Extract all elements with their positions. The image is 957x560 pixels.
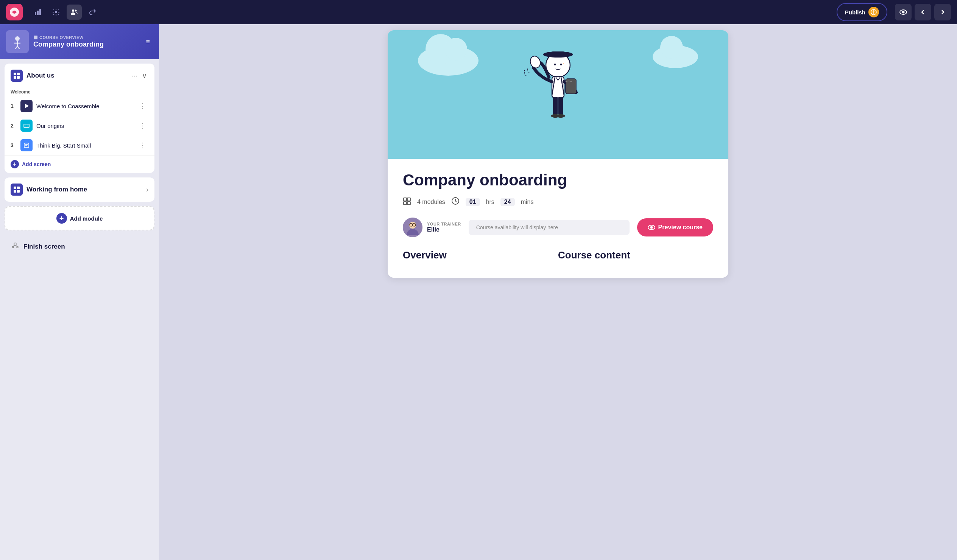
preview-course-label: Preview course <box>658 224 703 231</box>
svg-line-35 <box>15 245 17 246</box>
svg-rect-24 <box>24 143 29 148</box>
svg-point-5 <box>72 9 74 12</box>
module-about-us-title: About us <box>27 72 126 79</box>
course-menu-button[interactable]: ≡ <box>143 36 153 47</box>
screen-num-1: 1 <box>11 103 17 109</box>
screen-3-more-button[interactable]: ⋮ <box>137 140 148 150</box>
screen-name-1: Welcome to Coassemble <box>36 103 133 109</box>
analytics-button[interactable] <box>30 5 46 20</box>
add-module-label: Add module <box>70 215 103 222</box>
overview-column: Overview <box>403 249 558 266</box>
duration-hrs: 01 <box>466 198 480 206</box>
svg-point-4 <box>55 11 57 13</box>
clock-icon <box>451 197 460 207</box>
course-actions: YOUR TRAINER Ellie Course availability w… <box>403 218 713 237</box>
svg-rect-17 <box>17 73 20 75</box>
nav-icons <box>30 5 100 20</box>
welcome-section-label: Welcome <box>5 86 155 96</box>
add-module-icon: + <box>57 213 67 224</box>
duration-mins: 24 <box>501 198 515 206</box>
svg-point-10 <box>15 36 20 41</box>
trainer-section: YOUR TRAINER Ellie <box>403 218 461 237</box>
course-title: Company onboarding <box>33 41 138 49</box>
svg-point-61 <box>651 227 652 229</box>
screen-item-2[interactable]: 2 Our origins ⋮ <box>5 116 155 136</box>
course-thumbnail <box>6 30 29 53</box>
duration-mins-label: mins <box>521 199 534 205</box>
screen-item-1[interactable]: 1 Welcome to Coassemble ⋮ <box>5 96 155 116</box>
publish-coin-icon <box>869 7 879 17</box>
cloud-left <box>418 46 478 76</box>
cloud-right <box>653 46 698 68</box>
character-illustration <box>513 38 603 159</box>
chevron-right-icon: › <box>146 186 148 194</box>
svg-rect-52 <box>407 202 411 205</box>
trainer-label: YOUR TRAINER <box>427 222 461 226</box>
finish-screen-label: Finish screen <box>24 243 65 251</box>
team-button[interactable] <box>66 5 82 20</box>
screen-num-2: 2 <box>11 123 17 129</box>
share-button[interactable] <box>85 5 100 20</box>
content-area: Company onboarding 4 modules <box>159 24 957 560</box>
svg-point-32 <box>12 246 14 248</box>
svg-rect-3 <box>39 9 41 15</box>
module-working-from-home[interactable]: Working from home › <box>5 177 155 202</box>
course-info: COURSE OVERVIEW Company onboarding <box>33 35 138 49</box>
duration-hrs-label: hrs <box>486 199 494 205</box>
finish-screen-section[interactable]: Finish screen <box>5 235 155 259</box>
add-screen-label: Add screen <box>22 161 51 167</box>
top-nav: Publish <box>0 0 957 24</box>
screen-item-3[interactable]: 3 Think Big, Start Small ⋮ <box>5 136 155 155</box>
nav-right-icons <box>895 4 951 21</box>
course-info-section: Company onboarding 4 modules <box>388 159 728 249</box>
sidebar: COURSE OVERVIEW Company onboarding ≡ Abo… <box>0 24 159 560</box>
overview-title: Overview <box>403 249 558 261</box>
svg-rect-45 <box>558 97 563 115</box>
forward-button[interactable] <box>934 4 951 21</box>
screen-icon-1 <box>21 100 33 112</box>
screen-1-more-button[interactable]: ⋮ <box>137 101 148 111</box>
module-about-us-actions: ··· ∨ <box>130 70 148 81</box>
screen-icon-2 <box>21 120 33 132</box>
preview-button[interactable] <box>895 4 911 21</box>
course-header[interactable]: COURSE OVERVIEW Company onboarding ≡ <box>0 24 159 59</box>
publish-button[interactable]: Publish <box>837 3 888 21</box>
svg-rect-19 <box>17 76 20 79</box>
svg-point-33 <box>17 246 18 248</box>
svg-rect-2 <box>37 11 39 15</box>
course-content-title: Course content <box>558 249 713 261</box>
svg-rect-21 <box>24 124 29 128</box>
add-screen-button[interactable]: + Add screen <box>5 155 155 173</box>
svg-rect-29 <box>14 190 16 192</box>
logo-button[interactable] <box>6 4 23 21</box>
trainer-info: YOUR TRAINER Ellie <box>427 222 461 233</box>
svg-rect-16 <box>14 73 16 75</box>
settings-button[interactable] <box>49 5 63 20</box>
course-main-title: Company onboarding <box>403 171 713 189</box>
preview-course-button[interactable]: Preview course <box>637 218 713 237</box>
svg-point-40 <box>560 63 562 65</box>
svg-line-13 <box>15 46 17 49</box>
svg-line-14 <box>17 46 20 49</box>
course-meta: 4 modules 01 hrs 24 mins <box>403 197 713 207</box>
svg-rect-1 <box>35 12 36 15</box>
screen-2-more-button[interactable]: ⋮ <box>137 121 148 131</box>
bottom-section: Overview Course content <box>388 249 728 278</box>
screen-icon-3 <box>21 139 33 151</box>
module-about-us-icon <box>11 69 23 82</box>
content-column: Course content <box>558 249 713 266</box>
svg-line-34 <box>13 245 15 246</box>
screen-name-3: Think Big, Start Small <box>36 142 133 149</box>
add-module-button[interactable]: + Add module <box>5 206 155 230</box>
back-button[interactable] <box>914 4 931 21</box>
svg-rect-28 <box>17 186 20 189</box>
svg-rect-51 <box>404 202 407 205</box>
module-about-us: About us ··· ∨ Welcome 1 Welcome to Coas… <box>5 63 155 173</box>
svg-rect-15 <box>34 36 38 39</box>
preview-card: Company onboarding 4 modules <box>388 30 728 278</box>
svg-rect-18 <box>14 76 16 79</box>
module-about-us-more-button[interactable]: ··· <box>130 70 139 81</box>
svg-rect-27 <box>14 186 16 189</box>
module-about-us-collapse-button[interactable]: ∨ <box>141 70 148 81</box>
svg-point-6 <box>75 10 77 12</box>
